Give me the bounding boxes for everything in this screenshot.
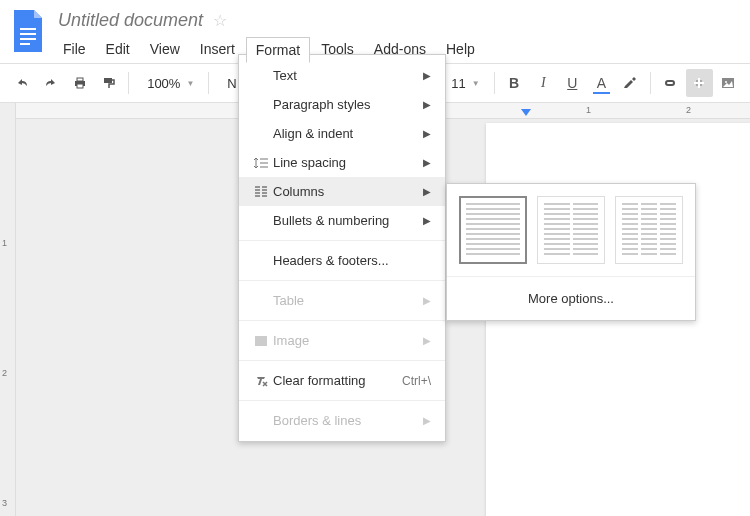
image-icon [249, 334, 273, 348]
chevron-right-icon: ▶ [423, 186, 431, 197]
format-align-indent[interactable]: Align & indent▶ [239, 119, 445, 148]
svg-point-10 [725, 81, 727, 83]
format-bullets-numbering[interactable]: Bullets & numbering▶ [239, 206, 445, 235]
chevron-right-icon: ▶ [423, 415, 431, 426]
menu-label: Clear formatting [273, 373, 402, 388]
format-clear-formatting[interactable]: Clear formattingCtrl+\ [239, 366, 445, 395]
chevron-right-icon: ▶ [423, 335, 431, 346]
svg-rect-3 [20, 43, 30, 45]
print-button[interactable] [66, 69, 93, 97]
menu-label: Text [273, 68, 423, 83]
shortcut: Ctrl+\ [402, 374, 431, 388]
columns-option-2[interactable] [537, 196, 605, 264]
menu-label: Bullets & numbering [273, 213, 423, 228]
format-table: Table▶ [239, 286, 445, 315]
star-icon[interactable]: ☆ [213, 11, 227, 30]
svg-rect-6 [77, 84, 83, 88]
menu-label: Align & indent [273, 126, 423, 141]
zoom-select[interactable]: 100%▼ [135, 69, 202, 97]
underline-button[interactable]: U [559, 69, 586, 97]
svg-rect-5 [77, 78, 83, 81]
chevron-right-icon: ▶ [423, 99, 431, 110]
columns-more-options[interactable]: More options... [447, 277, 695, 320]
chevron-right-icon: ▶ [423, 295, 431, 306]
chevron-down-icon: ▼ [472, 79, 480, 88]
format-borders-lines: Borders & lines▶ [239, 406, 445, 435]
separator [239, 320, 445, 321]
menu-label: Columns [273, 184, 423, 199]
format-image: Image▶ [239, 326, 445, 355]
columns-submenu: More options... [446, 183, 696, 321]
vertical-ruler[interactable]: 1 2 3 [0, 103, 16, 516]
columns-option-1[interactable] [459, 196, 527, 264]
svg-rect-1 [20, 33, 36, 35]
font-size-value: 11 [451, 76, 465, 91]
format-columns[interactable]: Columns▶ [239, 177, 445, 206]
italic-button[interactable]: I [530, 69, 557, 97]
chevron-right-icon: ▶ [423, 215, 431, 226]
separator [239, 240, 445, 241]
menu-insert[interactable]: Insert [191, 37, 244, 63]
insert-image-button[interactable] [715, 69, 742, 97]
ruler-tick: 2 [686, 105, 691, 115]
format-paragraph-styles[interactable]: Paragraph styles▶ [239, 90, 445, 119]
bold-button[interactable]: B [501, 69, 528, 97]
columns-option-3[interactable] [615, 196, 683, 264]
styles-value: N [227, 76, 236, 91]
separator [239, 400, 445, 401]
menu-label: Borders & lines [273, 413, 423, 428]
separator [494, 72, 495, 94]
separator [208, 72, 209, 94]
add-comment-button[interactable] [686, 69, 713, 97]
menu-view[interactable]: View [141, 37, 189, 63]
chevron-right-icon: ▶ [423, 70, 431, 81]
separator [239, 360, 445, 361]
chevron-down-icon: ▼ [186, 79, 194, 88]
menu-edit[interactable]: Edit [97, 37, 139, 63]
document-title[interactable]: Untitled document [54, 8, 207, 33]
undo-button[interactable] [8, 69, 35, 97]
ruler-tick: 3 [2, 498, 7, 508]
indent-marker[interactable] [521, 109, 531, 116]
svg-rect-0 [20, 28, 36, 30]
insert-link-button[interactable] [657, 69, 684, 97]
styles-select[interactable]: N [215, 69, 235, 97]
highlight-button[interactable] [617, 69, 644, 97]
svg-rect-7 [104, 78, 112, 83]
ruler-tick: 1 [2, 238, 7, 248]
line-spacing-icon [249, 156, 273, 170]
separator [650, 72, 651, 94]
separator [128, 72, 129, 94]
menu-label: Image [273, 333, 423, 348]
menu-format[interactable]: Format [246, 37, 310, 63]
text-color-button[interactable]: A [588, 69, 615, 97]
columns-icon [249, 185, 273, 199]
ruler-tick: 2 [2, 368, 7, 378]
paint-format-button[interactable] [95, 69, 122, 97]
menu-label: Paragraph styles [273, 97, 423, 112]
format-text[interactable]: Text▶ [239, 61, 445, 90]
menu-label: Table [273, 293, 423, 308]
svg-rect-11 [255, 336, 267, 346]
redo-button[interactable] [37, 69, 64, 97]
menu-label: Line spacing [273, 155, 423, 170]
docs-app-icon[interactable] [10, 8, 46, 54]
separator [239, 280, 445, 281]
chevron-right-icon: ▶ [423, 157, 431, 168]
chevron-right-icon: ▶ [423, 128, 431, 139]
menu-label: Headers & footers... [273, 253, 431, 268]
format-line-spacing[interactable]: Line spacing▶ [239, 148, 445, 177]
format-dropdown: Text▶ Paragraph styles▶ Align & indent▶ … [238, 54, 446, 442]
ruler-tick: 1 [586, 105, 591, 115]
clear-format-icon [249, 374, 273, 388]
font-size-select[interactable]: 11▼ [439, 69, 487, 97]
svg-rect-2 [20, 38, 36, 40]
zoom-value: 100% [147, 76, 180, 91]
menu-file[interactable]: File [54, 37, 95, 63]
format-headers-footers[interactable]: Headers & footers... [239, 246, 445, 275]
